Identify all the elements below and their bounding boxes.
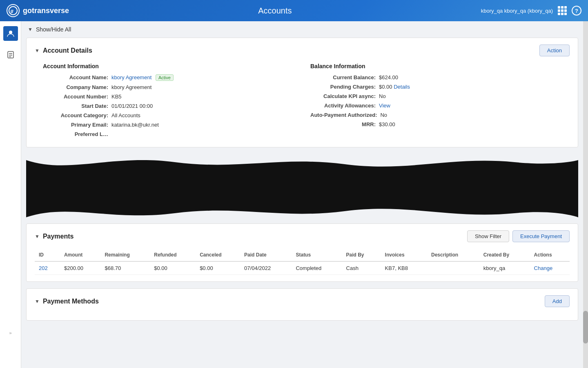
col-refunded: Refunded: [150, 249, 196, 261]
payments-card: ▼ Payments Show Filter Execute Payment I…: [26, 223, 578, 282]
cell-status: Completed: [292, 261, 342, 275]
payment-change-link[interactable]: Change: [534, 265, 553, 271]
payment-methods-title: Payment Methods: [43, 298, 99, 305]
col-paid-by: Paid By: [342, 249, 381, 261]
top-navigation: g gotransverse Accounts kbory_qa kbory_q…: [0, 0, 588, 21]
field-label-activity-allowances: Activity Allowances:: [310, 103, 376, 109]
show-filter-button[interactable]: Show Filter: [467, 230, 509, 242]
account-name-link[interactable]: kbory Agreement: [111, 74, 151, 80]
field-label-account-number: Account Number:: [43, 94, 108, 100]
pending-charges-details-link[interactable]: Details: [394, 84, 410, 90]
cell-paid-date: 07/04/2022: [240, 261, 292, 275]
wave-divider-top: [26, 154, 578, 178]
col-actions: Actions: [530, 249, 570, 261]
field-value-activity-allowances: View: [379, 103, 390, 109]
field-pending-charges: Pending Charges: $0.00 Details: [310, 84, 561, 90]
payment-methods-title-group[interactable]: ▼ Payment Methods: [35, 298, 99, 305]
account-info-title: Account Information: [43, 63, 294, 69]
field-account-number: Account Number: KB5: [43, 94, 294, 100]
field-label-start-date: Start Date:: [43, 103, 108, 109]
table-row: 202 $200.00 $68.70 $0.00 $0.00 07/04/202…: [35, 261, 570, 275]
field-activity-allowances: Activity Allowances: View: [310, 103, 561, 109]
field-label-account-name: Account Name:: [43, 74, 108, 80]
nav-right: kbory_qa kbory_qa (kbory_qa) ?: [481, 6, 581, 16]
payment-methods-header: ▼ Payment Methods Add: [35, 295, 570, 307]
payments-header: ▼ Payments Show Filter Execute Payment: [35, 230, 570, 242]
field-account-name: Account Name: kbory Agreement Active: [43, 74, 294, 81]
cell-invoices: KB7, KB8: [381, 261, 427, 275]
field-label-email: Primary Email:: [43, 122, 108, 128]
payment-methods-card: ▼ Payment Methods Add: [26, 288, 578, 321]
payment-methods-arrow: ▼: [35, 299, 40, 304]
sidebar-item-users[interactable]: [3, 26, 18, 41]
col-remaining: Remaining: [100, 249, 150, 261]
field-label-category: Account Category:: [43, 112, 108, 118]
col-canceled: Canceled: [196, 249, 240, 261]
payments-table: ID Amount Remaining Refunded Canceled Pa…: [35, 249, 570, 275]
show-hide-arrow: ▼: [28, 27, 33, 32]
col-invoices: Invoices: [381, 249, 427, 261]
field-preferred: Preferred L…: [43, 131, 294, 137]
cell-canceled: $0.00: [196, 261, 240, 275]
field-value-account-number: KB5: [111, 94, 122, 100]
show-hide-all[interactable]: ▼ Show/Hide All: [21, 21, 583, 38]
account-details-header: ▼ Account Details Action: [35, 45, 570, 56]
balance-info-section: Balance Information Current Balance: $62…: [310, 63, 561, 141]
account-info-section: Account Information Account Name: kbory …: [43, 63, 294, 141]
details-grid: Account Information Account Name: kbory …: [35, 63, 570, 141]
payments-title-group[interactable]: ▼ Payments: [35, 233, 74, 240]
svg-text:g: g: [10, 8, 13, 13]
field-primary-email: Primary Email: katarina.bk@ukr.net: [43, 122, 294, 128]
cell-amount: $200.00: [60, 261, 101, 275]
account-status-badge: Active: [156, 74, 174, 81]
field-value-email: katarina.bk@ukr.net: [111, 122, 159, 128]
grid-icon[interactable]: [558, 6, 567, 15]
field-label-kpi-async: Calculate KPI async:: [310, 93, 376, 99]
add-payment-method-button[interactable]: Add: [545, 295, 570, 307]
field-label-pending-charges: Pending Charges:: [310, 84, 376, 90]
field-label-autopayment: Auto-Payment Authorized:: [310, 112, 377, 118]
activity-allowances-link[interactable]: View: [379, 103, 390, 109]
field-value-current-balance: $624.00: [379, 74, 398, 80]
user-menu[interactable]: kbory_qa kbory_qa (kbory_qa): [481, 8, 553, 14]
page-title: Accounts: [69, 6, 481, 16]
help-button[interactable]: ?: [572, 6, 581, 16]
field-value-start-date: 01/01/2021 00:00: [111, 103, 153, 109]
cell-actions: Change: [530, 261, 570, 275]
field-value-company: kbory Agreement: [111, 84, 151, 90]
payment-id-link[interactable]: 202: [39, 265, 48, 271]
payments-arrow: ▼: [35, 234, 40, 239]
field-value-category: All Accounts: [111, 112, 140, 118]
cell-id: 202: [35, 261, 60, 275]
field-kpi-async: Calculate KPI async: No: [310, 93, 561, 99]
execute-payment-button[interactable]: Execute Payment: [512, 230, 570, 242]
cell-created-by: kbory_qa: [479, 261, 530, 275]
logo-text: gotransverse: [23, 7, 69, 15]
field-value-autopayment: No: [380, 112, 387, 118]
payments-table-header: ID Amount Remaining Refunded Canceled Pa…: [35, 249, 570, 261]
cell-refunded: $0.00: [150, 261, 196, 275]
field-value-mrr: $30.00: [379, 121, 395, 127]
field-value-account-name: kbory Agreement Active: [111, 74, 174, 81]
scrollbar[interactable]: [583, 21, 588, 335]
scrollbar-thumb[interactable]: [583, 311, 588, 335]
col-amount: Amount: [60, 249, 101, 261]
show-hide-label: Show/Hide All: [36, 26, 71, 33]
field-current-balance: Current Balance: $624.00: [310, 74, 561, 80]
field-label-mrr: MRR:: [310, 121, 376, 127]
logo[interactable]: g gotransverse: [7, 4, 69, 17]
col-id: ID: [35, 249, 60, 261]
sidebar-item-documents[interactable]: [3, 47, 18, 62]
payments-table-body: 202 $200.00 $68.70 $0.00 $0.00 07/04/202…: [35, 261, 570, 275]
field-company-name: Company Name: kbory Agreement: [43, 84, 294, 90]
sidebar-collapse[interactable]: »: [9, 330, 11, 335]
field-value-pending-charges: $0.00 Details: [379, 84, 410, 90]
account-details-arrow: ▼: [35, 48, 40, 54]
field-label-company: Company Name:: [43, 84, 108, 90]
svg-point-2: [9, 31, 12, 34]
action-button[interactable]: Action: [539, 45, 570, 56]
col-paid-date: Paid Date: [240, 249, 292, 261]
account-details-title-group[interactable]: ▼ Account Details: [35, 47, 92, 54]
black-bar: [26, 178, 578, 199]
main-content: ▼ Show/Hide All ▼ Account Details Action…: [21, 21, 583, 335]
